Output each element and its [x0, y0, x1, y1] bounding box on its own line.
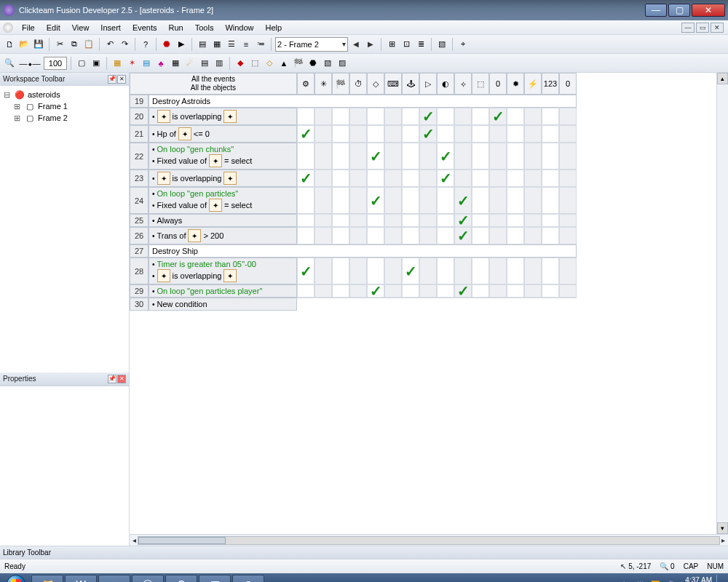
- event-action-cell[interactable]: [524, 143, 542, 170]
- event-action-cell[interactable]: [559, 170, 577, 187]
- event-action-cell[interactable]: [437, 227, 454, 244]
- scroll-down-icon[interactable]: ▾: [717, 522, 728, 534]
- open-icon[interactable]: 📂: [17, 38, 31, 51]
- event-action-cell[interactable]: [559, 214, 577, 227]
- object-column-header[interactable]: ✳: [314, 73, 332, 95]
- event-editor[interactable]: All the eventsAll the objects⚙✳🏁⏱◇⌨🕹▷◐⟡⬚…: [130, 73, 716, 534]
- event-action-cell[interactable]: [437, 258, 454, 284]
- object-combo-icon[interactable]: ▥: [213, 57, 226, 70]
- event-action-cell[interactable]: ✓: [419, 125, 437, 143]
- align-icon[interactable]: ≣: [414, 38, 427, 51]
- event-action-cell[interactable]: [437, 125, 454, 143]
- object-edit-icon[interactable]: ☄: [183, 57, 197, 70]
- object-active-icon[interactable]: ▢: [75, 57, 88, 70]
- event-action-cell[interactable]: [489, 284, 507, 298]
- event-action-cell[interactable]: [349, 227, 367, 244]
- event-action-cell[interactable]: [489, 187, 507, 214]
- object-string-icon[interactable]: ▦: [111, 57, 124, 70]
- mdi-close-button[interactable]: ✕: [711, 23, 724, 33]
- event-action-cell[interactable]: [349, 125, 367, 143]
- event-action-cell[interactable]: [314, 284, 332, 298]
- object-score-icon[interactable]: ▤: [140, 57, 153, 70]
- zoom-fit-icon[interactable]: ▧: [435, 38, 448, 51]
- event-condition[interactable]: •Hp of✦<= 0: [149, 125, 297, 143]
- event-action-cell[interactable]: [367, 108, 384, 125]
- event-action-cell[interactable]: ✓: [454, 187, 472, 214]
- event-action-cell[interactable]: [419, 170, 437, 187]
- taskbar-app[interactable]: 📁: [31, 575, 63, 582]
- event-action-cell[interactable]: [507, 258, 524, 284]
- object-column-header[interactable]: ⌨: [384, 73, 402, 95]
- system-clock[interactable]: 4:37 AM 4/18/2018: [680, 576, 713, 582]
- object-column-header[interactable]: 123: [542, 73, 559, 95]
- scroll-left-icon[interactable]: ◂: [132, 536, 136, 544]
- event-action-cell[interactable]: [314, 227, 332, 244]
- object-column-header[interactable]: 0: [559, 73, 577, 95]
- event-action-cell[interactable]: [297, 284, 314, 298]
- event-action-cell[interactable]: [419, 187, 437, 214]
- tray-icon[interactable]: ▴: [606, 578, 617, 582]
- tray-icon[interactable]: 🔊: [664, 578, 676, 582]
- zoom-input[interactable]: 100: [44, 57, 67, 70]
- event-action-cell[interactable]: [507, 227, 524, 244]
- snap-icon[interactable]: ⊡: [400, 38, 413, 51]
- event-action-cell[interactable]: [384, 143, 402, 170]
- event-list-editor-icon[interactable]: ≡: [240, 38, 253, 51]
- menu-run[interactable]: Run: [163, 22, 189, 33]
- event-row-number[interactable]: 25: [130, 214, 149, 227]
- vertical-scrollbar[interactable]: ▴ ▾: [716, 73, 728, 534]
- event-row-number[interactable]: 24: [130, 187, 149, 214]
- object-column-header[interactable]: ⚙: [297, 73, 314, 95]
- data-elements-icon[interactable]: ≔: [254, 38, 267, 51]
- grid-setup-icon[interactable]: ⊞: [385, 38, 398, 51]
- properties-pin-button[interactable]: 📌: [108, 375, 116, 383]
- event-action-cell[interactable]: [472, 258, 489, 284]
- event-action-cell[interactable]: [542, 125, 559, 143]
- event-action-cell[interactable]: [384, 284, 402, 298]
- event-action-cell[interactable]: [297, 143, 314, 170]
- event-action-cell[interactable]: [489, 125, 507, 143]
- event-action-cell[interactable]: [349, 108, 367, 125]
- event-action-cell[interactable]: [472, 284, 489, 298]
- event-action-cell[interactable]: [332, 125, 349, 143]
- event-action-cell[interactable]: [314, 108, 332, 125]
- maximize-button[interactable]: ▢: [668, 4, 690, 17]
- tray-icon[interactable]: 📶: [649, 578, 661, 582]
- properties-close-button[interactable]: ✕: [117, 375, 126, 383]
- event-action-cell[interactable]: [297, 187, 314, 214]
- event-action-cell[interactable]: [472, 187, 489, 214]
- event-action-cell[interactable]: ✓: [367, 143, 384, 170]
- event-header-all[interactable]: All the eventsAll the objects: [130, 73, 297, 95]
- event-condition[interactable]: •Trans of✦> 200: [149, 227, 297, 244]
- object-sub-app-icon[interactable]: ◆: [234, 57, 247, 70]
- zoom-slider[interactable]: —⬥—: [17, 57, 42, 70]
- menu-tools[interactable]: Tools: [189, 22, 220, 33]
- event-action-cell[interactable]: [367, 170, 384, 187]
- event-action-cell[interactable]: [507, 187, 524, 214]
- event-action-cell[interactable]: [314, 143, 332, 170]
- event-row-number[interactable]: 22: [130, 143, 149, 170]
- new-icon[interactable]: 🗋: [3, 38, 16, 51]
- menu-file[interactable]: File: [16, 22, 41, 33]
- expand-toggle-icon[interactable]: ⊞: [12, 102, 22, 111]
- taskbar-app[interactable]: W: [65, 575, 97, 582]
- taskbar-app[interactable]: C: [165, 575, 197, 582]
- event-editor-icon[interactable]: ☰: [225, 38, 238, 51]
- event-action-cell[interactable]: ✓: [402, 258, 419, 284]
- event-action-cell[interactable]: [349, 214, 367, 227]
- event-action-cell[interactable]: [367, 125, 384, 143]
- event-action-cell[interactable]: ✓: [454, 227, 472, 244]
- object-quick-backdrop-icon[interactable]: ▲: [277, 57, 290, 70]
- event-action-cell[interactable]: [332, 214, 349, 227]
- object-column-header[interactable]: ⬚: [472, 73, 489, 95]
- object-column-header[interactable]: 🕹: [402, 73, 419, 95]
- event-action-cell[interactable]: [332, 170, 349, 187]
- event-row-number[interactable]: 26: [130, 227, 149, 244]
- event-action-cell[interactable]: ✓: [367, 187, 384, 214]
- event-action-cell[interactable]: ✓: [437, 170, 454, 187]
- event-action-cell[interactable]: [437, 284, 454, 298]
- event-action-cell[interactable]: [367, 258, 384, 284]
- event-action-cell[interactable]: [349, 187, 367, 214]
- event-action-cell[interactable]: [507, 170, 524, 187]
- save-icon[interactable]: 💾: [32, 38, 45, 51]
